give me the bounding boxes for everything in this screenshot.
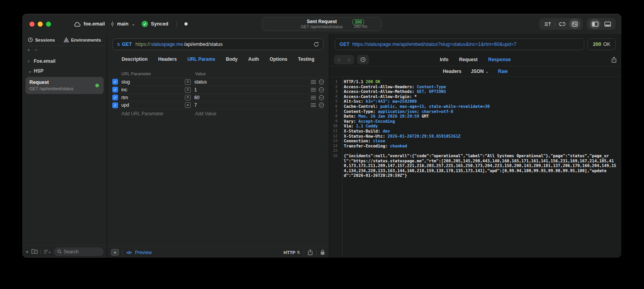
subtab-headers[interactable]: Headers xyxy=(443,69,461,74)
export-list-icon[interactable] xyxy=(542,19,553,29)
response-status-code: 200 xyxy=(593,42,601,47)
protocol-selector[interactable]: HTTP ⇅ xyxy=(284,250,300,255)
request-editor-footer: ▲ </> Preview HTTP ⇅ xyxy=(107,247,329,258)
param-name[interactable]: rtm xyxy=(121,95,185,100)
sent-request-url[interactable]: GET https://statuspage.me/api/embed/stat… xyxy=(335,38,584,50)
request-item-subtitle: GET /api/embed/status xyxy=(29,86,100,91)
project-cluster: foe.email main ⌄ ✓ Synced xyxy=(74,21,188,27)
param-value[interactable]: 1 xyxy=(194,87,305,93)
tab-headers[interactable]: Headers xyxy=(158,56,177,62)
footer-separator xyxy=(316,249,317,255)
param-checkbox[interactable]: ✓ xyxy=(112,79,118,85)
reorder-icon[interactable] xyxy=(311,88,316,92)
share-icon[interactable] xyxy=(611,57,617,63)
method-selector-icon[interactable]: ⇅ xyxy=(117,42,120,47)
tab-body[interactable]: Body xyxy=(226,56,238,62)
add-param-name-input[interactable]: Add URL Parameter xyxy=(121,111,185,116)
subtab-raw[interactable]: Raw xyxy=(498,69,508,74)
tab-testing[interactable]: Testing xyxy=(298,56,314,62)
history-clock-icon[interactable] xyxy=(357,55,369,64)
toggle-left-panel-icon[interactable] xyxy=(589,19,600,29)
subtab-json[interactable]: JSON ⌄ xyxy=(471,69,489,74)
tab-environments[interactable]: Environments xyxy=(64,37,101,42)
sidebar-search-input[interactable]: Search xyxy=(54,247,104,256)
tab-sessions[interactable]: Sessions xyxy=(28,37,55,42)
chevron-right-icon[interactable]: › xyxy=(28,58,31,64)
sync-loop-icon[interactable] xyxy=(556,19,567,29)
response-top-row: GET https://statuspage.me/api/embed/stat… xyxy=(329,34,621,53)
tree-item-foe-email[interactable]: › Foe.email xyxy=(26,56,104,66)
reorder-icon[interactable] xyxy=(311,103,316,107)
code-text: X-Status-Build: dev xyxy=(340,129,621,134)
tab-url-params[interactable]: URL Params xyxy=(187,56,215,62)
response-body[interactable]: 1HTTP/1.1 200 OK2Access-Control-Allow-He… xyxy=(329,77,621,258)
request-list-item-selected[interactable]: Request GET /api/embed/status xyxy=(26,77,104,94)
titlebar: foe.email main ⌄ ✓ Synced Sent Request G… xyxy=(22,14,621,34)
remove-param-icon[interactable] xyxy=(319,87,324,93)
send-receive-icon[interactable] xyxy=(569,19,580,29)
tab-options[interactable]: Options xyxy=(270,56,287,62)
collapse-panel-button[interactable]: ▲ xyxy=(111,249,119,256)
forward-button[interactable]: › xyxy=(344,55,354,64)
param-checkbox[interactable]: ✓ xyxy=(112,87,118,93)
chevron-down-icon: ⌄ xyxy=(485,69,488,74)
chevron-down-icon[interactable]: ⌄ xyxy=(28,68,31,74)
remove-param-icon[interactable] xyxy=(319,95,324,100)
toolbar-group-panels xyxy=(587,18,616,30)
param-row-actions xyxy=(305,95,324,100)
reorder-icon[interactable] xyxy=(311,96,316,100)
code-segment: close xyxy=(373,138,385,143)
subtab-headers-label: Headers xyxy=(443,69,461,74)
line-number: 2 xyxy=(329,84,340,89)
param-name[interactable]: inc xyxy=(121,87,185,93)
project-name[interactable]: foe.email xyxy=(84,21,105,27)
request-url-input[interactable]: ⇅ GET https:// statuspage.me /api/embed/… xyxy=(113,38,323,50)
share-icon[interactable] xyxy=(308,249,313,255)
code-segment: Content-Type: xyxy=(344,109,378,114)
param-value[interactable]: status xyxy=(194,79,305,85)
code-segment: 1.1 Caddy xyxy=(356,124,378,128)
add-item-button[interactable]: + xyxy=(27,47,30,53)
remove-param-icon[interactable] xyxy=(319,79,324,85)
popup-caret-icon: ⇅ xyxy=(297,250,300,254)
zoom-window-button[interactable] xyxy=(46,22,51,27)
remove-item-button[interactable]: − xyxy=(35,47,38,53)
resend-request-icon[interactable] xyxy=(314,42,319,47)
new-request-button[interactable]: + xyxy=(26,249,29,255)
preview-button[interactable]: Preview xyxy=(135,250,152,255)
branch-chevron-icon[interactable]: ⌄ xyxy=(131,21,135,27)
remove-param-icon[interactable] xyxy=(319,102,324,108)
request-method[interactable]: GET xyxy=(122,42,132,47)
code-segment: Transfer-Encoding: xyxy=(344,144,390,148)
param-name[interactable]: upd xyxy=(121,102,185,108)
back-button[interactable]: ‹ xyxy=(334,55,344,64)
request-summary-pill[interactable]: Sent Request GET /api/embed/status 200 2… xyxy=(262,17,382,31)
toggle-bottom-panel-icon[interactable] xyxy=(602,19,613,29)
close-window-button[interactable] xyxy=(29,22,35,27)
param-value[interactable]: 7 xyxy=(194,102,305,108)
code-preview-icon[interactable]: </> xyxy=(126,250,131,255)
param-value[interactable]: 60 xyxy=(194,95,305,100)
add-param-value-input[interactable]: Add Value xyxy=(194,111,305,116)
sort-filter-icon[interactable] xyxy=(44,249,51,254)
reorder-icon[interactable] xyxy=(311,80,316,84)
sync-check-icon: ✓ xyxy=(142,21,148,27)
status-dot xyxy=(184,22,188,25)
tab-description[interactable]: Description xyxy=(122,56,148,62)
param-checkbox[interactable]: ✓ xyxy=(112,102,118,108)
param-row: ✓inc=1 xyxy=(109,85,324,93)
code-segment: public, max-age=15, stale-while-revalida… xyxy=(380,104,490,109)
protocol-label: HTTP xyxy=(284,250,296,255)
param-checkbox[interactable]: ✓ xyxy=(112,95,118,100)
branch-name[interactable]: main xyxy=(117,21,128,27)
minimize-window-button[interactable] xyxy=(38,22,43,27)
tab-response[interactable]: Response xyxy=(488,57,511,62)
tab-auth[interactable]: Auth xyxy=(248,56,259,62)
code-segment: h3=":443"; ma=2592000 xyxy=(366,99,417,104)
param-name[interactable]: slug xyxy=(121,79,185,85)
tree-item-hsp[interactable]: ⌄ HSP xyxy=(26,66,104,76)
tab-info[interactable]: Info xyxy=(440,57,449,62)
tab-request[interactable]: Request xyxy=(459,57,478,62)
lock-icon[interactable] xyxy=(320,249,325,255)
new-folder-icon[interactable] xyxy=(31,249,38,254)
